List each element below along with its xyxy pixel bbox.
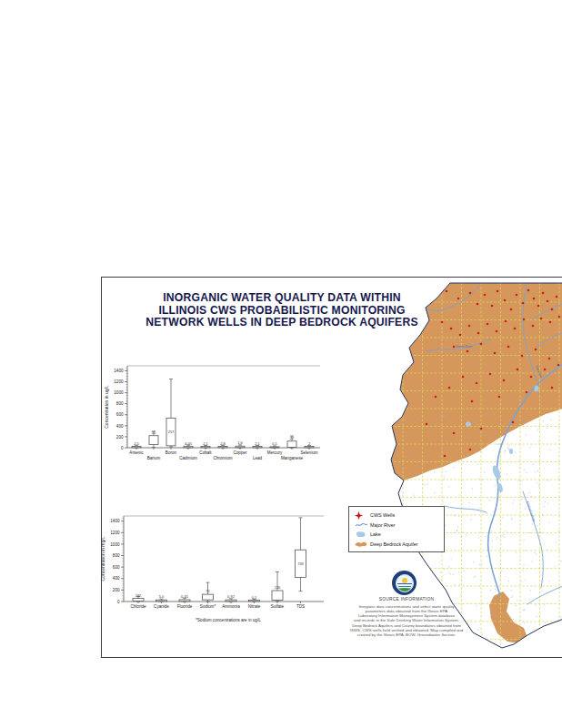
source-information: SOURCE INFORMATION Inorganic data concen… — [346, 597, 467, 638]
median-label: 2.5 — [134, 441, 139, 446]
box — [253, 447, 262, 448]
category-label: Nitrate — [248, 604, 261, 609]
source-text-line: created by the Illinois EPA, BOW, Ground… — [346, 632, 467, 637]
median-label: 72 — [206, 589, 210, 593]
legend-item-cws-wells: CWS Wells — [355, 511, 439, 521]
river-label-green-river: Green River — [456, 345, 473, 349]
category-label: Ammonia — [222, 604, 240, 609]
y-tick-label: 1200 — [110, 531, 120, 535]
box — [270, 447, 279, 448]
category-label: Sodium* — [200, 604, 216, 609]
river-line-icon — [355, 521, 370, 529]
aquifer-icon — [355, 541, 370, 548]
box — [305, 447, 314, 448]
y-tick-label: 800 — [116, 401, 124, 406]
y-tick-label: 1000 — [110, 542, 120, 547]
box — [132, 446, 141, 447]
legend-label: Major River — [370, 522, 396, 528]
water-wave-icon — [398, 586, 411, 587]
category-label: Fluoride — [177, 604, 193, 609]
box — [149, 436, 158, 445]
chart-footnote: *Sodium concentrations are in ug/L — [196, 618, 261, 622]
source-text-line: and records in the Safe Drinking Water I… — [346, 618, 467, 622]
box — [179, 600, 190, 602]
category-label: Cyanide — [154, 604, 169, 609]
median-label: 743 — [297, 561, 304, 566]
box — [272, 591, 283, 600]
median-label: 182 — [135, 593, 142, 598]
y-tick-label: 0 — [121, 446, 124, 450]
box — [133, 599, 144, 602]
category-label: Lead — [253, 456, 263, 460]
boxplot-trace-metals-ugl: 0200400600800100012001400Concentration i… — [102, 359, 331, 471]
legend-item-deep-bedrock-aquifer: Deep Bedrock Aquifer — [355, 540, 439, 550]
y-tick-label: 1000 — [114, 390, 124, 395]
median-label: 0.31 — [181, 594, 189, 599]
category-label: TDS — [296, 604, 305, 609]
box — [156, 600, 167, 602]
poster-page: INORGANIC WATER QUALITY DATA WITHIN ILLI… — [0, 0, 562, 728]
y-tick-label: 1400 — [110, 519, 120, 523]
box — [218, 446, 227, 447]
category-label: Chloride — [130, 604, 146, 609]
map-legend: CWS Wells Major River Lake Deep Bedrock … — [348, 506, 445, 552]
category-label: Selenium — [300, 450, 317, 455]
y-tick-label: 800 — [113, 553, 120, 558]
y-tick-label: 600 — [116, 412, 124, 417]
box — [287, 441, 296, 448]
median-label: 1.6 — [237, 440, 243, 445]
median-label: 0.92 — [227, 594, 236, 599]
median-label: 2.1 — [203, 441, 208, 446]
y-tick-label: 400 — [116, 424, 124, 429]
category-label: Barium — [147, 456, 161, 460]
category-label: Boron — [166, 450, 177, 455]
category-label: Arsenic — [129, 450, 144, 455]
water-wave-icon — [397, 583, 412, 584]
legend-label: CWS Wells — [370, 512, 395, 518]
category-label: Sulfate — [271, 604, 285, 609]
source-heading: SOURCE INFORMATION — [346, 597, 467, 602]
y-tick-label: 200 — [116, 435, 124, 440]
box — [249, 600, 260, 601]
legend-label: Deep Bedrock Aquifer — [370, 541, 417, 547]
median-label: 2 — [308, 441, 311, 446]
sun-icon — [402, 578, 407, 583]
category-label: Chromium — [213, 456, 232, 460]
y-tick-label: 0 — [117, 600, 120, 604]
category-label: Manganese — [281, 456, 303, 460]
legend-label: Lake — [370, 531, 381, 537]
median-label: 126 — [275, 585, 281, 590]
y-axis-title: Concentration in mg/L — [100, 536, 105, 581]
boxplot-major-ions-mgl: 0200400600800100012001400Concentration i… — [98, 506, 333, 630]
median-label: 5.0 — [159, 594, 165, 599]
median-label: 51 — [152, 430, 156, 435]
well-dot-icon — [355, 511, 370, 520]
y-tick-label: 400 — [113, 576, 120, 581]
category-label: Copper — [233, 450, 247, 455]
median-label: 22 — [290, 436, 295, 440]
land-icon — [396, 588, 413, 592]
median-label: 257 — [168, 430, 175, 434]
box — [203, 594, 214, 600]
y-tick-label: 600 — [113, 565, 120, 570]
lake-icon — [355, 531, 370, 538]
median-label: 2.8 — [220, 441, 226, 446]
box — [226, 600, 236, 602]
agency-seal-inner — [396, 574, 414, 592]
agency-seal-logo — [392, 571, 416, 595]
box — [184, 446, 193, 448]
legend-item-lake: Lake — [355, 530, 439, 540]
legend-item-major-river: Major River — [355, 521, 439, 531]
median-label: 0.1 — [252, 595, 257, 600]
category-label: Cadmium — [179, 456, 197, 460]
y-axis-title: Concentration in ug/L — [104, 385, 109, 429]
y-tick-label: 1400 — [114, 369, 124, 373]
box — [201, 447, 210, 448]
y-tick-label: 200 — [113, 588, 120, 592]
median-label: 4.05 — [185, 441, 193, 446]
category-label: Mercury — [267, 450, 283, 455]
category-label: Cobalt — [199, 450, 212, 455]
median-label: 2.1 — [255, 441, 260, 446]
box — [236, 446, 245, 448]
y-tick-label: 1200 — [114, 379, 124, 384]
